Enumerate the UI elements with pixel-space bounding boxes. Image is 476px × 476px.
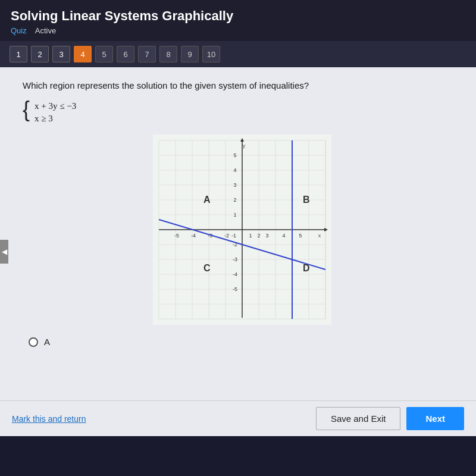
mark-return-button[interactable]: Mark this and return — [12, 414, 86, 424]
svg-text:B: B — [303, 195, 310, 205]
svg-text:-3: -3 — [233, 256, 237, 262]
equation-1: x + 3y ≤ −3 — [35, 101, 76, 111]
svg-text:x: x — [318, 233, 321, 239]
svg-text:-1: -1 — [231, 233, 236, 239]
quiz-label: Quiz — [11, 26, 27, 35]
left-panel-arrow[interactable]: ◀ — [0, 240, 8, 264]
svg-text:5: 5 — [233, 152, 236, 158]
svg-text:D: D — [303, 263, 310, 273]
svg-text:-4: -4 — [233, 271, 237, 277]
question-btn-8[interactable]: 8 — [159, 46, 177, 62]
equations-list: x + 3y ≤ −3 x ≥ 3 — [35, 101, 76, 124]
footer: Mark this and return Save and Exit Next — [0, 400, 476, 436]
next-button[interactable]: Next — [406, 407, 464, 430]
save-exit-button[interactable]: Save and Exit — [316, 407, 401, 430]
radio-a[interactable] — [29, 337, 38, 347]
svg-text:2: 2 — [257, 233, 260, 239]
status-badge: Active — [35, 26, 56, 35]
svg-marker-23 — [324, 228, 328, 231]
svg-marker-25 — [240, 138, 244, 142]
question-btn-2[interactable]: 2 — [31, 46, 49, 62]
content-area: ◀ Which region represents the solution t… — [0, 67, 476, 436]
question-btn-4[interactable]: 4 — [74, 46, 92, 62]
question-btn-1[interactable]: 1 — [10, 46, 27, 62]
question-btn-3[interactable]: 3 — [52, 46, 70, 62]
answer-options: A — [23, 337, 462, 347]
svg-text:-4: -4 — [191, 233, 196, 239]
svg-text:4: 4 — [282, 233, 285, 239]
header-subtitle: Quiz Active — [11, 26, 465, 35]
svg-text:-5: -5 — [233, 286, 237, 292]
svg-text:C: C — [203, 263, 211, 273]
question-nav: 1 2 3 4 5 6 7 8 9 10 — [0, 41, 476, 67]
svg-text:A: A — [203, 195, 211, 205]
svg-text:1: 1 — [249, 233, 252, 239]
answer-option-a[interactable]: A — [29, 337, 462, 347]
svg-text:1: 1 — [233, 212, 236, 218]
question-btn-9[interactable]: 9 — [181, 46, 199, 62]
svg-text:3: 3 — [265, 233, 268, 239]
coordinate-graph: -5 -4 -3 -2 -1 1 2 3 4 5 x 5 4 3 2 1 -2 … — [153, 134, 331, 325]
question-btn-10[interactable]: 10 — [202, 46, 220, 62]
graph-container: -5 -4 -3 -2 -1 1 2 3 4 5 x 5 4 3 2 1 -2 … — [23, 134, 462, 325]
svg-text:y: y — [243, 143, 246, 149]
svg-text:5: 5 — [299, 233, 302, 239]
question-btn-6[interactable]: 6 — [117, 46, 134, 62]
question-text: Which region represents the solution to … — [23, 79, 462, 92]
svg-text:4: 4 — [233, 167, 236, 173]
question-btn-5[interactable]: 5 — [95, 46, 113, 62]
svg-text:2: 2 — [233, 197, 236, 203]
svg-text:-2: -2 — [224, 233, 229, 239]
equation-2: x ≥ 3 — [35, 114, 76, 124]
equation-system: { x + 3y ≤ −3 x ≥ 3 — [23, 101, 462, 124]
answer-label-a: A — [44, 337, 50, 347]
header: Solving Linear Systems Graphically Quiz … — [0, 0, 476, 41]
svg-text:3: 3 — [233, 182, 236, 188]
footer-buttons: Save and Exit Next — [316, 407, 464, 430]
svg-text:-5: -5 — [174, 233, 179, 239]
question-btn-7[interactable]: 7 — [138, 46, 156, 62]
brace-symbol: { — [23, 99, 30, 120]
page-title: Solving Linear Systems Graphically — [11, 8, 465, 24]
